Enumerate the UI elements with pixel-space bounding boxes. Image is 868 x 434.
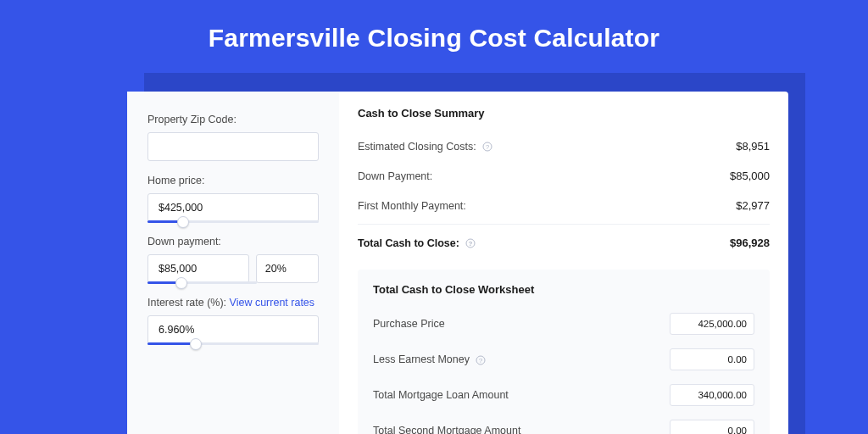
home-price-input[interactable] [147,193,319,222]
worksheet-row: Purchase Price [373,306,754,342]
worksheet-label: Total Second Mortgage Amount [373,425,520,434]
summary-value: $85,000 [730,170,770,182]
worksheet-input[interactable] [670,420,754,434]
summary-label: Estimated Closing Costs: ? [358,141,492,153]
summary-row: Estimated Closing Costs: ? $8,951 [358,131,770,161]
home-price-input-wrap [147,193,319,222]
results-column: Cash to Close Summary Estimated Closing … [339,92,788,434]
interest-slider[interactable] [147,342,319,345]
worksheet-label: Less Earnest Money ? [373,353,486,365]
down-payment-input[interactable] [147,254,249,283]
summary-row: Down Payment: $85,000 [358,161,770,191]
calculator-panel: Property Zip Code: Home price: Down paym… [127,92,788,434]
help-icon[interactable]: ? [482,142,492,152]
interest-slider-thumb[interactable] [190,338,202,350]
home-price-group: Home price: [147,175,319,222]
interest-input[interactable] [147,315,319,344]
summary-value: $8,951 [736,140,770,153]
inputs-column: Property Zip Code: Home price: Down paym… [127,92,339,434]
home-price-label: Home price: [147,175,319,186]
summary-label: Down Payment: [358,170,432,182]
interest-label: Interest rate (%): View current rates [147,297,319,309]
worksheet-row: Less Earnest Money ? [373,342,754,377]
worksheet-input[interactable] [670,384,754,406]
help-icon[interactable]: ? [465,238,476,248]
summary-row: First Monthly Payment: $2,977 [358,191,770,220]
down-payment-input-wrap [147,254,319,283]
zip-input[interactable] [147,132,319,161]
worksheet-label: Total Mortgage Loan Amount [373,389,509,401]
summary-title: Cash to Close Summary [358,107,770,120]
help-icon[interactable]: ? [476,355,486,365]
worksheet-row: Total Mortgage Loan Amount [373,377,754,413]
interest-input-wrap [147,315,319,344]
worksheet-title: Total Cash to Close Worksheet [373,283,754,296]
zip-group: Property Zip Code: [147,114,319,161]
summary-total-row: Total Cash to Close: ? $96,928 [358,224,770,258]
summary-value: $2,977 [736,199,770,212]
worksheet-input[interactable] [670,348,754,370]
summary-label: First Monthly Payment: [358,200,466,212]
down-payment-slider-thumb[interactable] [175,277,187,289]
zip-label: Property Zip Code: [147,114,319,125]
worksheet-label: Purchase Price [373,318,445,330]
svg-text:?: ? [479,357,483,364]
down-payment-slider[interactable] [147,281,257,284]
down-payment-group: Down payment: [147,236,319,283]
summary-total-value: $96,928 [730,236,770,249]
home-price-slider-thumb[interactable] [177,216,189,228]
svg-text:?: ? [469,240,473,248]
down-payment-label: Down payment: [147,236,319,248]
summary-total-label: Total Cash to Close: ? [358,237,476,249]
svg-text:?: ? [486,143,490,151]
page-title: Farmersville Closing Cost Calculator [0,0,868,71]
home-price-slider[interactable] [147,220,319,223]
down-payment-pct-input[interactable] [256,254,319,283]
worksheet-row: Total Second Mortgage Amount [373,413,754,434]
worksheet-card: Total Cash to Close Worksheet Purchase P… [358,270,770,434]
view-rates-link[interactable]: View current rates [230,297,315,309]
interest-label-text: Interest rate (%): [147,297,230,309]
worksheet-input[interactable] [670,313,754,335]
interest-group: Interest rate (%): View current rates [147,297,319,344]
